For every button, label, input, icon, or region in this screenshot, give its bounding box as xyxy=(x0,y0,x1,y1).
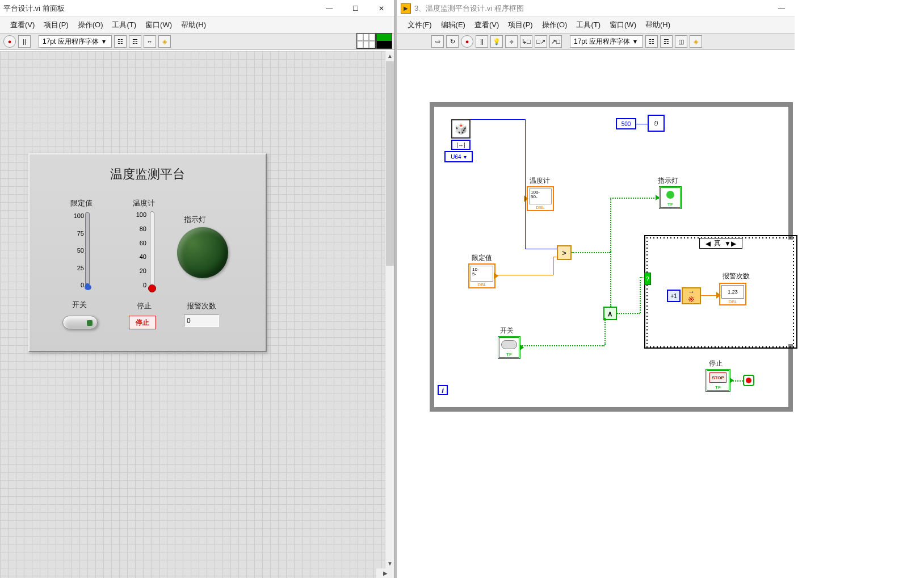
tick: 25 xyxy=(74,265,84,271)
random-number-node[interactable]: 🎲 xyxy=(451,119,471,139)
tick: 0 xyxy=(74,282,84,288)
font-selector[interactable]: 17pt 应用程序字体 xyxy=(39,35,112,48)
switch-node-label: 开关 xyxy=(500,326,514,336)
menubar-right: 文件(F) 编辑(E) 查看(V) 项目(P) 操作(O) 工具(T) 窗口(W… xyxy=(397,17,795,33)
stop-node-label: 停止 xyxy=(709,359,723,368)
led-node-label: 指示灯 xyxy=(658,176,678,186)
distribute-button[interactable]: ☶ xyxy=(660,35,673,48)
u64-selector[interactable]: U64 ▾ xyxy=(444,151,473,162)
minimize-button[interactable]: — xyxy=(316,0,342,17)
menu-help[interactable]: 帮助(H) xyxy=(181,20,206,30)
menu-view[interactable]: 查看(V) xyxy=(10,20,35,30)
limit-slider-label: 限定值 xyxy=(70,198,93,208)
scroll-right-icon[interactable]: ▶ xyxy=(376,568,394,578)
scroll-up-icon[interactable]: ▲ xyxy=(385,51,394,61)
tick: 20 xyxy=(136,267,146,274)
limit-slider[interactable]: 100 75 50 25 0 xyxy=(57,212,90,288)
menu-project[interactable]: 项目(P) xyxy=(44,20,68,30)
thermometer-node-label: 温度计 xyxy=(530,176,550,186)
loop-iteration-terminal[interactable]: i xyxy=(438,385,448,395)
titlebar-right[interactable]: ▶ 3、温度监测平台设计.vi 程序框图 — xyxy=(397,0,795,17)
led-label: 指示灯 xyxy=(184,215,206,225)
panel-title: 温度监测平台 xyxy=(30,166,266,183)
cleanup-button[interactable]: ◫ xyxy=(675,35,687,48)
tick: 60 xyxy=(136,240,146,246)
tick: 100 xyxy=(74,212,84,219)
thermometer: 100 80 60 40 20 0 xyxy=(120,211,154,291)
tick: 0 xyxy=(136,282,146,288)
step-out-button[interactable]: ↗□ xyxy=(549,35,562,48)
menu-view[interactable]: 查看(V) xyxy=(474,20,499,30)
menu-tools[interactable]: 工具(T) xyxy=(112,20,136,30)
stop-label: 停止 xyxy=(137,301,152,311)
menu-help[interactable]: 帮助(H) xyxy=(645,20,670,30)
case-selector[interactable]: ◀ 真 ▼▶ xyxy=(699,238,742,249)
scroll-down-icon[interactable]: ▼ xyxy=(385,559,394,568)
step-over-button[interactable]: □↗ xyxy=(535,35,547,48)
menu-edit[interactable]: 编辑(E) xyxy=(441,20,465,30)
run-cont-button[interactable]: ↻ xyxy=(446,35,459,48)
vi-icon-area[interactable] xyxy=(356,33,392,49)
highlight-exec-button[interactable]: 💡 xyxy=(490,35,503,48)
minimize-button[interactable]: — xyxy=(768,0,795,17)
toolbar-right: ⇨ ↻ ● || 💡 ⎆ ↳□ □↗ ↗□ 17pt 应用程序字体 ☷ ☶ ◫ … xyxy=(397,33,795,50)
scroll-thumb[interactable] xyxy=(386,61,394,266)
loop-condition-terminal[interactable] xyxy=(743,375,754,386)
led-terminal[interactable]: TF xyxy=(659,186,682,209)
run-arrow-button[interactable]: ⇨ xyxy=(431,35,444,48)
maximize-button[interactable]: ☐ xyxy=(342,0,368,17)
labview-diagram-icon: ▶ xyxy=(401,3,411,14)
menu-tools[interactable]: 工具(T) xyxy=(576,20,600,30)
menu-operate[interactable]: 操作(O) xyxy=(542,20,568,30)
run-button[interactable]: ● xyxy=(3,35,16,48)
abort-button[interactable]: ● xyxy=(461,35,473,48)
vertical-scrollbar[interactable]: ▲ ▼ xyxy=(385,51,394,568)
stop-button[interactable]: 停止 xyxy=(129,316,156,329)
random-convert-node[interactable]: |↔| xyxy=(451,140,471,150)
tick: 80 xyxy=(136,225,146,232)
close-button[interactable]: ✕ xyxy=(368,0,394,17)
switch-label: 开关 xyxy=(72,300,87,310)
switch-terminal[interactable]: TF xyxy=(498,336,520,359)
stop-terminal[interactable]: STOP TF xyxy=(705,369,730,392)
pause-button[interactable]: || xyxy=(18,35,31,48)
alarm-count-label: 报警次数 xyxy=(187,301,216,311)
greater-than-node[interactable]: > xyxy=(557,245,572,260)
step-into-button[interactable]: ↳□ xyxy=(520,35,532,48)
front-panel-canvas[interactable]: 温度监测平台 限定值 100 75 50 25 0 温度计 xyxy=(0,51,394,578)
alarm-count-node-label: 报警次数 xyxy=(723,271,750,281)
retain-wire-button[interactable]: ⎆ xyxy=(505,35,518,48)
wait-ms-constant[interactable]: 500 xyxy=(616,118,636,129)
font-selector[interactable]: 17pt 应用程序字体 xyxy=(570,35,643,48)
menu-operate[interactable]: 操作(O) xyxy=(78,20,103,30)
thermometer-terminal[interactable]: 100- 50- DBL xyxy=(527,186,554,211)
thermometer-label: 温度计 xyxy=(133,198,155,208)
distribute-button[interactable]: ☶ xyxy=(129,35,141,48)
alarm-count-terminal[interactable]: 1.23 DBL xyxy=(719,283,746,305)
wait-timer-icon[interactable]: ⏱ xyxy=(648,115,665,132)
titlebar-left[interactable]: 平台设计.vi 前面板 — ☐ ✕ xyxy=(0,0,394,17)
tick: 50 xyxy=(74,247,84,254)
menu-file[interactable]: 文件(F) xyxy=(408,20,432,30)
case-selector-terminal[interactable]: ? xyxy=(644,273,651,285)
menu-window[interactable]: 窗口(W) xyxy=(610,20,636,30)
block-diagram-canvas[interactable]: 🎲 |↔| U64 ▾ 500 ⏱ 温度计 100- 50- DBL 限定值 1… xyxy=(397,51,795,578)
menubar-left: 查看(V) 项目(P) 操作(O) 工具(T) 窗口(W) 帮助(H) xyxy=(0,17,394,33)
menu-window[interactable]: 窗口(W) xyxy=(145,20,172,30)
reorder-button[interactable]: ◈ xyxy=(690,35,702,48)
reorder-button[interactable]: ◈ xyxy=(158,35,171,48)
while-loop[interactable]: 🎲 |↔| U64 ▾ 500 ⏱ 温度计 100- 50- DBL 限定值 1… xyxy=(430,102,793,412)
align-button[interactable]: ☷ xyxy=(114,35,127,48)
menu-project[interactable]: 项目(P) xyxy=(508,20,532,30)
align-button[interactable]: ☷ xyxy=(645,35,658,48)
pause-button[interactable]: || xyxy=(476,35,488,48)
increment-node[interactable]: +1 xyxy=(667,290,681,302)
feedback-node[interactable]: →※ xyxy=(682,287,701,304)
toggle-switch[interactable] xyxy=(62,316,98,329)
case-structure[interactable]: ◀ 真 ▼▶ +1 →※ 报警次数 1.23 DBL ? xyxy=(644,235,797,349)
limit-terminal[interactable]: 10- 5- DBL xyxy=(468,263,495,288)
indicator-led xyxy=(177,227,228,278)
window-title: 平台设计.vi 前面板 xyxy=(3,3,316,14)
tick: 100 xyxy=(136,211,146,218)
resize-button[interactable]: ↔ xyxy=(144,35,156,48)
